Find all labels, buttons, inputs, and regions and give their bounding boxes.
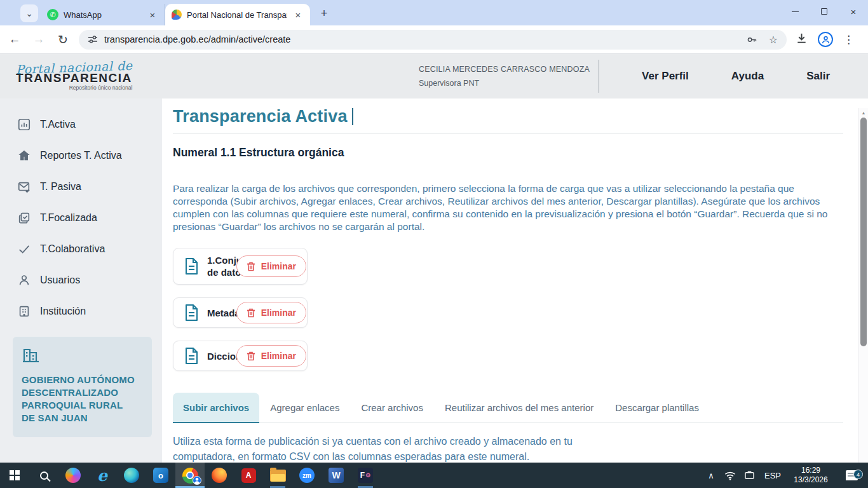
sidebar-item-t-pasiva[interactable]: T. Pasiva xyxy=(0,171,162,202)
site-header: Portal nacional de TRANSPARENCIA Reposit… xyxy=(0,54,868,98)
display-connect-icon[interactable] xyxy=(740,471,759,480)
tab-subir-archivos[interactable]: Subir archivos xyxy=(173,393,259,423)
sidebar-item-label: Institución xyxy=(40,306,86,317)
minimize-button[interactable] xyxy=(780,0,810,23)
copy-check-icon xyxy=(17,211,31,225)
taskbar-outlook[interactable]: o xyxy=(146,463,175,488)
tab-title: WhatsApp xyxy=(64,10,142,20)
wifi-icon[interactable] xyxy=(721,471,740,480)
taskbar-internet-explorer[interactable]: e xyxy=(88,463,117,488)
taskbar-copilot[interactable] xyxy=(58,463,88,488)
taskbar-word[interactable]: W xyxy=(322,463,351,488)
tab-descargar-plantillas[interactable]: Descargar plantillas xyxy=(604,393,710,423)
close-icon[interactable]: × xyxy=(292,9,304,20)
taskbar-finance-app[interactable]: F⚙ xyxy=(351,463,380,488)
document-icon xyxy=(184,347,199,365)
check-icon xyxy=(17,242,31,256)
sidebar: T.Activa Reportes T. Activa T. Pasiva T.… xyxy=(0,98,162,463)
taskbar-chrome[interactable] xyxy=(175,463,205,488)
user-name: CECILIA MERCEDES CARRASCO MENDOZA xyxy=(419,65,590,74)
sidebar-item-label: Reportes T. Activa xyxy=(40,150,122,161)
site-settings-icon[interactable] xyxy=(88,34,98,44)
windows-logo-icon xyxy=(10,470,20,480)
portal-favicon-icon xyxy=(172,10,182,20)
password-key-icon[interactable] xyxy=(745,32,759,46)
bookmark-star-icon[interactable]: ☆ xyxy=(766,32,780,46)
title-divider xyxy=(173,133,843,133)
url-text[interactable]: transparencia.dpe.gob.ec/admin/active/cr… xyxy=(104,34,737,44)
page-title: Transparencia Activa xyxy=(173,107,348,126)
home-icon xyxy=(17,149,31,163)
sidebar-item-t-focalizada[interactable]: T.Focalizada xyxy=(0,202,162,233)
close-icon[interactable]: × xyxy=(147,9,158,20)
back-button[interactable]: ← xyxy=(5,30,24,49)
eliminar-button[interactable]: Eliminar xyxy=(236,255,306,277)
search-icon xyxy=(40,471,48,480)
bar-chart-icon xyxy=(17,118,31,132)
taskbar-search-button[interactable] xyxy=(29,463,58,488)
header-nav: Ver Perfil Ayuda Salir xyxy=(599,70,868,83)
browser-toolbar: ← → ↻ transparencia.dpe.gob.ec/admin/act… xyxy=(0,25,868,54)
building-icon xyxy=(17,304,31,318)
ayuda-link[interactable]: Ayuda xyxy=(731,70,764,83)
sidebar-item-t-activa[interactable]: T.Activa xyxy=(0,109,162,140)
download-icon[interactable] xyxy=(796,32,808,47)
notification-center-button[interactable]: 4 xyxy=(835,470,868,480)
file-card-conjunto-de-datos: 1.Conjunto de datos Eliminar xyxy=(173,248,308,285)
chrome-profile-badge xyxy=(193,476,201,485)
eliminar-button[interactable]: Eliminar xyxy=(236,302,306,323)
salir-link[interactable]: Salir xyxy=(806,70,830,83)
internet-explorer-icon: e xyxy=(97,468,107,484)
instructions-paragraph: Para realizar la carga de los archivos q… xyxy=(173,182,843,233)
tab-reutilizar-archivos[interactable]: Reutilizar archivos del mes anterior xyxy=(434,393,604,423)
taskbar-firefox[interactable] xyxy=(205,463,234,488)
language-indicator[interactable]: ESP xyxy=(759,471,787,480)
new-tab-button[interactable]: + xyxy=(315,4,333,22)
eliminar-button[interactable]: Eliminar xyxy=(236,345,306,367)
reload-button[interactable]: ↻ xyxy=(53,30,72,49)
portal-logo[interactable]: Portal nacional de TRANSPARENCIA Reposit… xyxy=(16,62,132,91)
browser-tab-whatsapp[interactable]: ✆ WhatsApp × xyxy=(41,4,165,25)
copilot-icon xyxy=(65,468,81,483)
scrollbar-thumb[interactable] xyxy=(860,118,867,346)
page-scrollbar[interactable]: ▲ ▼ xyxy=(858,108,868,488)
notification-badge: 4 xyxy=(853,470,863,479)
trash-icon xyxy=(247,261,255,271)
close-window-button[interactable]: × xyxy=(839,0,868,23)
scroll-up-icon[interactable]: ▲ xyxy=(858,108,868,118)
whatsapp-icon: ✆ xyxy=(47,9,58,20)
browser-menu-icon[interactable]: ⋮ xyxy=(843,33,854,46)
sidebar-item-reportes-t-activa[interactable]: Reportes T. Activa xyxy=(0,140,162,171)
sidebar-item-institucion[interactable]: Institución xyxy=(0,295,162,327)
chevron-down-icon: ⌄ xyxy=(25,8,33,18)
word-icon: W xyxy=(329,468,344,483)
profile-avatar[interactable] xyxy=(818,32,833,47)
start-button[interactable] xyxy=(0,463,29,488)
browser-tab-strip: ⌄ ✆ WhatsApp × Portal Nacional de Transp… xyxy=(0,0,868,25)
sidebar-item-usuarios[interactable]: Usuarios xyxy=(0,264,162,295)
forward-button[interactable]: → xyxy=(29,30,48,49)
restore-button[interactable] xyxy=(810,0,839,23)
tab-search-button[interactable]: ⌄ xyxy=(20,4,38,22)
sidebar-item-label: Usuarios xyxy=(40,274,80,286)
taskbar-zoom[interactable]: zm xyxy=(292,463,322,488)
taskbar-edge[interactable] xyxy=(117,463,146,488)
institution-name: GOBIERNO AUTÓNOMO DESCENTRALIZADO PARROQ… xyxy=(22,374,135,424)
institution-card: GOBIERNO AUTÓNOMO DESCENTRALIZADO PARROQ… xyxy=(13,337,152,437)
tab-title: Portal Nacional de Transparenci xyxy=(187,10,287,20)
ver-perfil-link[interactable]: Ver Perfil xyxy=(642,70,689,83)
sidebar-item-label: T.Colaborativa xyxy=(40,243,105,255)
tray-chevron-up-icon[interactable]: ∧ xyxy=(702,471,721,480)
tab-agregar-enlaces[interactable]: Agregar enlaces xyxy=(259,393,350,423)
document-icon xyxy=(184,257,199,275)
minimize-icon xyxy=(792,11,799,12)
sidebar-item-t-colaborativa[interactable]: T.Colaborativa xyxy=(0,233,162,264)
taskbar-file-explorer[interactable] xyxy=(263,463,292,488)
acrobat-icon: A xyxy=(241,468,256,483)
tab-crear-archivos[interactable]: Crear archivos xyxy=(350,393,434,423)
taskbar: e o A zm W F⚙ ∧ ESP 16:29 13/3/2026 4 xyxy=(0,463,868,488)
taskbar-acrobat[interactable]: A xyxy=(234,463,263,488)
clock[interactable]: 16:29 13/3/2026 xyxy=(787,466,835,485)
address-bar[interactable]: transparencia.dpe.gob.ec/admin/active/cr… xyxy=(79,30,787,50)
browser-tab-portal[interactable]: Portal Nacional de Transparenci × xyxy=(165,4,310,25)
